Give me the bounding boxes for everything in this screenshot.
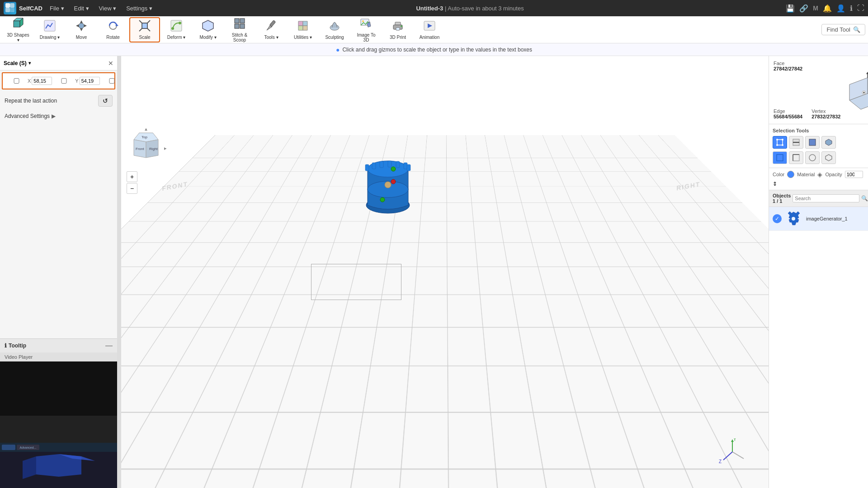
svg-marker-98 — [826, 155, 832, 161]
tools-icon — [265, 19, 278, 34]
select-vertex-button[interactable] — [773, 136, 787, 149]
tool-3d-print[interactable]: 3D Print — [382, 17, 413, 42]
fullscreen-icon[interactable]: ⛶ — [857, 4, 864, 12]
y-label: Y — [75, 78, 78, 84]
tool-deform[interactable]: Deform ▾ — [161, 17, 192, 42]
tool-3d-shapes[interactable]: 3D Shapes ▾ — [3, 17, 33, 42]
selection-tools-panel: Selection Tools — [769, 124, 868, 168]
tool-utilities[interactable]: Utilities ▾ — [288, 17, 318, 42]
scale-close-button[interactable]: ✕ — [108, 60, 113, 67]
menu-view[interactable]: View ▾ — [97, 3, 118, 14]
viewport[interactable]: FRONT RIGHT Top Front Right — [121, 56, 769, 488]
profile-m-icon[interactable]: M — [813, 5, 818, 12]
tool-drawing[interactable]: Drawing ▾ — [34, 17, 65, 42]
svg-rect-1 — [10, 3, 14, 8]
tooltip-minimize-button[interactable]: — — [105, 342, 113, 350]
svg-rect-58 — [388, 161, 392, 167]
3d-object[interactable] — [356, 146, 420, 219]
scale-title: Scale (S) ▾ — [4, 60, 31, 66]
select-face-button[interactable] — [805, 136, 820, 149]
find-tool-label: Find Tool — [826, 26, 850, 33]
svg-rect-59 — [396, 161, 400, 168]
left-panel-spacer — [0, 122, 117, 338]
x-checkbox[interactable] — [6, 78, 27, 84]
svg-line-18 — [147, 20, 150, 23]
svg-text:Y: Y — [733, 438, 736, 442]
svg-text:Front: Front — [136, 147, 144, 151]
svg-rect-15 — [142, 23, 147, 28]
menu-bar: SelfCAD File ▾ Edit ▾ View ▾ Settings ▾ … — [0, 0, 868, 16]
svg-point-65 — [391, 167, 396, 171]
x-label: X — [28, 78, 31, 84]
objects-list: ✓ imageGenerator_1 — [769, 207, 868, 488]
select-type-circle-button[interactable] — [805, 151, 820, 164]
select-edge-button[interactable] — [789, 136, 803, 149]
zoom-out-button[interactable]: − — [127, 183, 137, 194]
info-bar: ● Click and drag gizmos to scale the obj… — [0, 43, 868, 56]
info-icon[interactable]: ℹ — [850, 4, 853, 13]
y-value-input[interactable] — [80, 77, 100, 85]
share-icon[interactable]: 🔗 — [799, 4, 808, 13]
material-icon[interactable]: ◈ — [817, 171, 822, 178]
tool-scale[interactable]: Scale — [129, 17, 160, 42]
svg-rect-28 — [269, 20, 276, 27]
svg-point-87 — [776, 144, 778, 146]
svg-line-16 — [139, 20, 142, 23]
select-type-box-button[interactable] — [773, 151, 787, 164]
app-logo: SelfCAD — [4, 2, 42, 14]
opacity-stepper-icon: ⇕ — [773, 181, 777, 187]
nav-cube[interactable]: Top Front Right — [126, 128, 166, 169]
y-checkbox[interactable] — [54, 78, 74, 84]
tool-stitch-scoop-label: Stitch & Scoop — [227, 33, 252, 42]
advanced-settings-row[interactable]: Advanced Settings ▶ — [0, 110, 117, 122]
objects-count-label: Objects 1 / 1 — [773, 193, 791, 204]
menu-edit[interactable]: Edit ▾ — [72, 3, 91, 14]
scale-expand-icon[interactable]: ▾ — [28, 61, 31, 66]
tool-stitch-scoop[interactable]: Stitch & Scoop — [224, 17, 255, 42]
user-icon[interactable]: 👤 — [836, 4, 845, 13]
svg-point-85 — [776, 139, 778, 141]
info-dot-icon: ● — [336, 46, 340, 53]
objects-search-icon[interactable]: 🔍 — [861, 195, 868, 202]
sculpting-icon — [328, 19, 341, 34]
select-type-paint-button[interactable] — [821, 151, 836, 164]
tool-sculpting[interactable]: Sculpting — [319, 17, 350, 42]
svg-line-71 — [732, 452, 744, 459]
mesh-preview-cube — [840, 71, 868, 112]
save-icon[interactable]: 💾 — [786, 4, 795, 13]
svg-rect-91 — [809, 139, 816, 145]
tool-modify-label: Modify ▾ — [199, 35, 216, 40]
menu-file[interactable]: File ▾ — [48, 3, 66, 14]
color-picker[interactable] — [787, 171, 794, 178]
bell-icon[interactable]: 🔔 — [823, 4, 832, 13]
tooltip-panel: ℹ Tooltip — Video Player Advanced... — [0, 338, 117, 488]
objects-search-input[interactable] — [793, 194, 859, 202]
3d-shapes-icon — [12, 17, 24, 32]
svg-rect-26 — [235, 24, 239, 28]
tool-modify[interactable]: Modify ▾ — [193, 17, 223, 42]
tool-animation[interactable]: Animation — [414, 17, 445, 42]
tool-move[interactable]: Move — [66, 17, 97, 42]
tool-deform-label: Deform ▾ — [167, 35, 186, 40]
x-value-input[interactable] — [32, 77, 52, 85]
zoom-in-button[interactable]: + — [127, 171, 137, 182]
viewport-divider[interactable] — [118, 56, 121, 488]
tool-tools[interactable]: Tools ▾ — [256, 17, 287, 42]
tool-sculpting-label: Sculpting — [325, 35, 344, 40]
find-tool-button[interactable]: Find Tool 🔍 — [821, 24, 865, 35]
repeat-action-button[interactable]: ↺ — [98, 95, 113, 107]
video-area — [0, 361, 117, 416]
select-type-lasso-button[interactable] — [789, 151, 803, 164]
object-name: imageGenerator_1 — [806, 216, 848, 221]
svg-point-21 — [179, 22, 181, 24]
svg-marker-9 — [80, 20, 83, 23]
select-object-button[interactable] — [821, 136, 836, 149]
opacity-input[interactable] — [845, 171, 863, 178]
opacity-label: Opacity — [825, 172, 842, 177]
svg-rect-56 — [372, 163, 376, 169]
menu-settings[interactable]: Settings ▾ — [124, 3, 154, 14]
zoom-controls: + − — [127, 171, 137, 194]
tool-image-to-3d[interactable]: Image To 3D — [351, 17, 382, 42]
object-item[interactable]: ✓ imageGenerator_1 — [769, 207, 868, 231]
tool-rotate[interactable]: Rotate — [98, 17, 128, 42]
